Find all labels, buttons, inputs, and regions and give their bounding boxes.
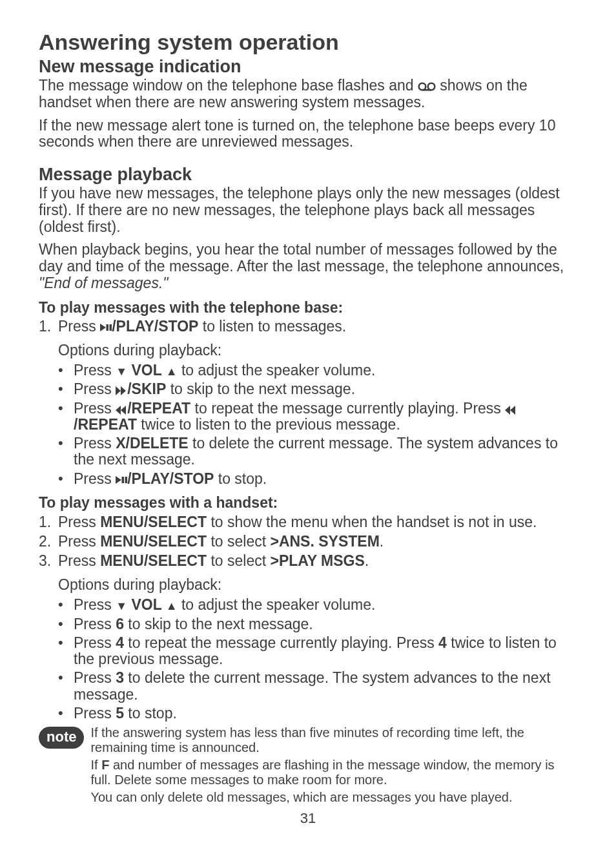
text: Press [74, 380, 116, 397]
ordered-list: Press /PLAY/STOP to listen to messages. [39, 318, 577, 335]
paragraph: The message window on the telephone base… [39, 78, 577, 111]
text: to skip to the next message. [124, 616, 313, 632]
list-item: Press MENU/SELECT to select >PLAY MSGS. [58, 552, 577, 569]
svg-point-0 [419, 83, 426, 90]
text: . [365, 552, 369, 569]
text: to select [207, 533, 270, 550]
svg-marker-8 [116, 406, 121, 415]
text-bold: >ANS. SYSTEM [270, 533, 379, 550]
svg-point-1 [428, 83, 435, 90]
skip-back-icon [116, 400, 127, 417]
page-title: Answering system operation [39, 30, 577, 55]
text: If [90, 758, 101, 772]
text-bold: /SKIP [127, 380, 166, 397]
text: Press [74, 435, 116, 452]
text: Press [74, 634, 116, 651]
note-line: You can only delete old messages, which … [90, 790, 577, 804]
svg-rect-4 [107, 324, 109, 331]
section-heading-playback: Message playback [39, 165, 577, 185]
svg-marker-7 [121, 386, 126, 395]
list-item: Press /SKIP to skip to the next message. [74, 381, 577, 397]
text: Press [74, 705, 116, 722]
list-item: Press MENU/SELECT to show the menu when … [58, 514, 577, 530]
play-stop-icon [100, 318, 112, 335]
text-bold: X/DELETE [116, 435, 188, 452]
options-label: Options during playback: [58, 342, 577, 359]
list-item: Press VOL to adjust the speaker volume. [74, 362, 577, 379]
text: Press [74, 596, 116, 613]
svg-marker-11 [510, 406, 515, 415]
text-bold: 6 [116, 616, 124, 632]
list-item: Press 6 to skip to the next message. [74, 616, 577, 632]
text: When playback begins, you hear the total… [39, 241, 564, 275]
play-stop-icon [116, 470, 127, 487]
triangle-down-icon [116, 596, 127, 613]
text: to show the menu when the handset is not… [207, 514, 537, 530]
triangle-down-icon [116, 362, 127, 379]
list-item: Press MENU/SELECT to select >ANS. SYSTEM… [58, 533, 577, 550]
note-badge: note [39, 727, 84, 748]
bullet-list: Press VOL to adjust the speaker volume. … [39, 362, 577, 487]
text: to repeat the message currently playing.… [190, 400, 505, 417]
text: Press [74, 362, 116, 379]
text-italic: "End of messages." [39, 275, 168, 291]
svg-marker-6 [116, 386, 121, 395]
paragraph: When playback begins, you hear the total… [39, 242, 577, 291]
text: to adjust the speaker volume. [178, 362, 376, 379]
options-label: Options during playback: [58, 576, 577, 593]
triangle-up-icon [166, 362, 178, 379]
list-item: Press /PLAY/STOP to stop. [74, 471, 577, 487]
text-bold: >PLAY MSGS [270, 552, 364, 569]
page-number: 31 [39, 810, 577, 826]
text-bold: 4 [438, 634, 447, 651]
text-bold: VOL [127, 596, 166, 613]
list-item: Press X/DELETE to delete the current mes… [74, 435, 577, 468]
text: Press [74, 669, 116, 686]
svg-marker-10 [505, 406, 510, 415]
text-bold: /PLAY/STOP [127, 470, 214, 487]
text-bold: MENU/SELECT [100, 533, 207, 550]
text-bold: MENU/SELECT [100, 552, 207, 569]
triangle-up-icon [166, 596, 178, 613]
text: to listen to messages. [198, 318, 346, 335]
text: The message window on the telephone base… [39, 77, 418, 94]
text: to repeat the message currently playing.… [124, 634, 438, 651]
note-text: If the answering system has less than fi… [90, 725, 577, 807]
ordered-list: Press MENU/SELECT to show the menu when … [39, 514, 577, 570]
skip-forward-icon [116, 380, 127, 397]
svg-marker-9 [121, 406, 126, 415]
note-block: note If the answering system has less th… [39, 725, 577, 807]
text: Press [58, 552, 100, 569]
text: to stop. [124, 705, 177, 722]
subheading-handset: To play messages with a handset: [39, 494, 577, 511]
paragraph: If the new message alert tone is turned … [39, 118, 577, 151]
text: to stop. [214, 470, 267, 487]
text: Press [74, 470, 116, 487]
text: Press [74, 400, 116, 417]
list-item: Press 5 to stop. [74, 705, 577, 722]
text-bold: VOL [127, 362, 166, 379]
list-item: Press /PLAY/STOP to listen to messages. [58, 318, 577, 335]
paragraph: If you have new messages, the telephone … [39, 185, 577, 235]
text: . [380, 533, 384, 550]
svg-rect-13 [122, 477, 125, 483]
text: Press [58, 318, 100, 335]
text: Press [58, 514, 100, 530]
text-bold: /REPEAT [74, 416, 137, 433]
text: Press [58, 533, 100, 550]
text-bold: MENU/SELECT [100, 514, 207, 530]
text: to skip to the next message. [166, 380, 355, 397]
text-bold: 3 [116, 669, 124, 686]
text: to select [207, 552, 270, 569]
bullet-list: Press VOL to adjust the speaker volume. … [39, 597, 577, 722]
text-bold: /REPEAT [127, 400, 190, 417]
text-bold: F [101, 758, 109, 772]
text-bold: 5 [116, 705, 124, 722]
list-item: Press /REPEAT to repeat the message curr… [74, 400, 577, 433]
list-item: Press 3 to delete the current message. T… [74, 670, 577, 703]
section-heading-new-message: New message indication [39, 57, 577, 77]
text: twice to listen to the previous message. [137, 416, 400, 433]
note-line: If F and number of messages are flashing… [90, 758, 577, 787]
text: to delete the current message. The syste… [74, 669, 551, 702]
text: and number of messages are flashing in t… [90, 758, 554, 786]
